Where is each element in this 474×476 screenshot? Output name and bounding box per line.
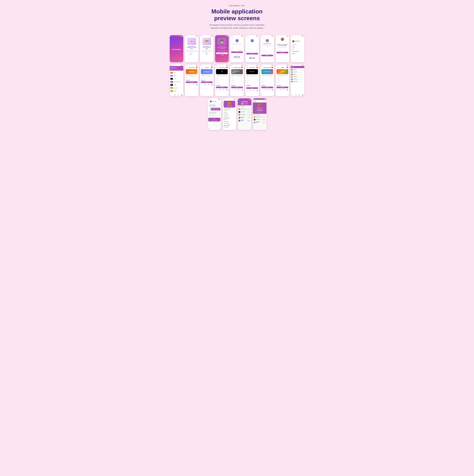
close-icon[interactable]: ✕ bbox=[211, 69, 212, 71]
settings-item[interactable]: Phone Number bbox=[224, 115, 235, 117]
ethereum-value-input[interactable] bbox=[201, 78, 213, 79]
back-button[interactable]: ← Back bbox=[261, 67, 264, 68]
facebook-icon[interactable]: f bbox=[234, 56, 236, 58]
google-icon[interactable]: G bbox=[238, 56, 240, 58]
login-button[interactable]: LOGIN bbox=[231, 51, 243, 53]
card-value-input[interactable] bbox=[261, 83, 273, 84]
list-item[interactable]: ⊕ STEAM bbox=[170, 84, 182, 86]
card-currency-input[interactable]: Select▾ bbox=[261, 81, 273, 82]
bottom-nav-profile[interactable]: 👤 bbox=[210, 84, 214, 85]
bottom-nav-profile[interactable]: 👤 bbox=[240, 89, 244, 90]
attachment-icon[interactable]: 📎 bbox=[208, 128, 210, 129]
back-button[interactable]: ← Back bbox=[276, 67, 279, 68]
list-item[interactable]: a Amazon Giftcard Jun 18 ₦18,000.00 bbox=[238, 108, 251, 111]
twitter-icon[interactable]: t bbox=[252, 57, 253, 59]
nav-dashboard[interactable]: Dashboard bbox=[292, 44, 303, 46]
settings-item[interactable]: Email Address bbox=[224, 113, 235, 115]
back-button[interactable]: ← Back bbox=[201, 67, 203, 68]
bottom-nav-home[interactable]: ⌂ bbox=[200, 84, 203, 85]
bottom-nav-home[interactable]: ⌂ bbox=[230, 89, 234, 90]
bottom-nav-home[interactable]: ⌂ bbox=[291, 95, 294, 96]
filter-sell[interactable]: Sell bbox=[246, 103, 248, 104]
password-field[interactable]: Password bbox=[261, 50, 273, 52]
nav-transaction-history[interactable]: Transaction History bbox=[292, 51, 303, 53]
card-value-input[interactable] bbox=[231, 83, 243, 84]
withdraw-button[interactable]: Withdraw bbox=[257, 111, 262, 113]
back-button[interactable]: ← Back bbox=[231, 37, 243, 38]
card-type-input[interactable]: Select▾ bbox=[231, 78, 243, 79]
close-icon[interactable]: ✕ bbox=[226, 69, 227, 71]
list-item[interactable]: ₿ Bitcoin Giftcard Jun 12 ₦9,000.00 bbox=[238, 113, 251, 116]
settings-item[interactable]: Password bbox=[224, 119, 235, 121]
bottom-nav-settings[interactable]: ⚙ bbox=[177, 95, 180, 96]
card-value-input[interactable] bbox=[246, 83, 258, 84]
close-icon[interactable]: ✕ bbox=[287, 69, 288, 71]
submit-button[interactable]: SUBMIT bbox=[261, 55, 273, 56]
card-currency-input[interactable]: Select▾ bbox=[216, 81, 228, 82]
bottom-nav-profile[interactable]: 👤 bbox=[271, 89, 274, 90]
list-item[interactable]: a Amazon bbox=[170, 77, 182, 80]
card-value-input[interactable] bbox=[276, 83, 288, 84]
back-button[interactable]: ← Back bbox=[261, 37, 273, 38]
continue-button[interactable]: CONTINUE bbox=[276, 87, 288, 88]
list-item[interactable]: ◆ Ethereum bbox=[170, 74, 182, 77]
back-button[interactable]: ← Back bbox=[216, 67, 218, 68]
bottom-nav-home[interactable]: ⌂ bbox=[260, 89, 264, 90]
card-currency-input[interactable]: Select▾ bbox=[276, 81, 288, 82]
back-button[interactable]: ← Back bbox=[246, 37, 258, 38]
list-item[interactable]: 🍎 App Store & iTunes bbox=[170, 80, 182, 84]
nav-chat[interactable]: Chat bbox=[292, 48, 303, 51]
email-field[interactable]: Email bbox=[261, 48, 273, 50]
list-item[interactable]: ▶ iTunes/Apple Giftcard Jun 10 ₦9,000.00 bbox=[254, 121, 266, 124]
list-item[interactable]: A Agent Shaun Hi there, tell me what the… bbox=[291, 78, 304, 80]
confirm-password-field[interactable]: Confirm Password bbox=[261, 52, 273, 54]
bottom-nav-settings[interactable]: ⚙ bbox=[267, 89, 271, 90]
bottom-nav-home[interactable]: ⌂ bbox=[276, 89, 279, 90]
fullname-field[interactable]: Full Name bbox=[246, 43, 258, 45]
bottom-nav-chat[interactable]: 💬 bbox=[188, 84, 192, 85]
list-item[interactable]: ⊕ Steam Giftcard Jun 16 ₦4,000.00 bbox=[238, 111, 251, 113]
card-type-input[interactable]: Select▾ bbox=[246, 78, 258, 79]
list-item[interactable]: ⊕ Steam Store Giftcard Jun 8 ₦9,000.00 bbox=[238, 119, 251, 122]
bottom-nav-home[interactable]: ⌂ bbox=[170, 95, 173, 96]
bottom-nav-chat[interactable]: 💬 bbox=[203, 84, 207, 85]
back-button[interactable]: ← Back bbox=[253, 100, 266, 101]
bottom-nav-profile[interactable]: 👤 bbox=[180, 95, 183, 96]
twitter-icon[interactable]: t bbox=[236, 56, 238, 58]
continue-button[interactable]: CONTINUE bbox=[186, 81, 198, 83]
continue-button[interactable]: CONTINUE bbox=[246, 87, 258, 89]
nav-profile[interactable]: Profile bbox=[292, 46, 303, 48]
settings-item[interactable]: Account Name bbox=[224, 126, 235, 128]
bottom-nav-settings[interactable]: ⚙ bbox=[192, 84, 195, 85]
bottom-nav-chat[interactable]: 💬 bbox=[279, 89, 282, 90]
bottom-nav-home[interactable]: ⌂ bbox=[215, 89, 219, 90]
google-icon[interactable]: G bbox=[254, 57, 255, 59]
bitcoin-value-input[interactable] bbox=[186, 78, 198, 79]
list-item[interactable]: ₿ bitcoin bbox=[170, 71, 182, 74]
bottom-nav-home[interactable]: ⌂ bbox=[185, 84, 188, 85]
send-icon[interactable]: ➤ bbox=[219, 128, 220, 129]
bottom-nav-profile[interactable]: 👤 bbox=[255, 90, 259, 91]
close-icon[interactable]: ✕ bbox=[196, 69, 197, 71]
back-button[interactable]: ← Back bbox=[246, 67, 248, 68]
nav-settings[interactable]: Settings bbox=[292, 53, 303, 55]
list-item[interactable]: 🍎 iTunes/Apple Giftcard Jun 10 ₦9,000.00 bbox=[238, 116, 251, 119]
continue-button[interactable]: CONTINUE bbox=[231, 87, 243, 88]
email-field[interactable]: Email bbox=[246, 45, 258, 47]
continue-button[interactable]: CONTINUE bbox=[216, 52, 228, 54]
bottom-nav-settings[interactable]: ⚙ bbox=[252, 90, 255, 91]
bottom-nav-chat[interactable]: 💬 bbox=[294, 95, 297, 96]
bottom-nav-settings[interactable]: ⚙ bbox=[207, 84, 210, 85]
list-item[interactable]: A Agent Bisi Hi there, tell me what the … bbox=[291, 73, 304, 76]
bottom-nav-chat[interactable]: 💬 bbox=[234, 89, 237, 90]
bottom-nav-profile[interactable]: 👤 bbox=[286, 89, 289, 90]
email-field[interactable]: Email bbox=[231, 46, 243, 47]
back-button[interactable]: ← Back bbox=[186, 67, 188, 68]
card-type-input[interactable]: Select▾ bbox=[276, 78, 288, 79]
facebook-icon[interactable]: f bbox=[249, 57, 251, 59]
signup-button[interactable]: SIGNUP bbox=[246, 53, 258, 54]
settings-item[interactable]: Confirm Password bbox=[224, 122, 235, 124]
card-type-input[interactable]: Select▾ bbox=[216, 78, 228, 79]
back-button[interactable]: ← Back bbox=[231, 67, 233, 68]
continue-button[interactable]: CONTINUE bbox=[216, 87, 228, 88]
